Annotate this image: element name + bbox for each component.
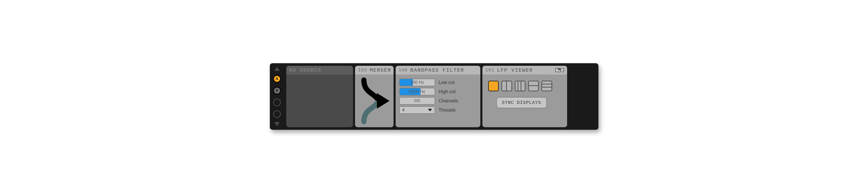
merger-panel: 102 MERGER: [355, 66, 394, 127]
tab-icon[interactable]: [562, 68, 564, 72]
high-cut-input[interactable]: 6000 Hz: [399, 88, 435, 95]
bandpass-title: BANDPASS FILTER: [410, 67, 464, 73]
low-cut-input[interactable]: 300 Hz: [399, 79, 435, 86]
no-source-title: NO SOURCE: [286, 66, 353, 75]
merger-body: [355, 75, 394, 127]
layout-2row-button[interactable]: [528, 81, 539, 91]
signal-chain-rack: A B NO SOURCE 102 MERGER 100 BANDPASS FI: [270, 63, 598, 130]
svg-marker-0: [377, 93, 390, 109]
lfp-viewer-panel: 101 LFP VIEWER: [483, 66, 567, 127]
merger-titlebar: 102 MERGER: [355, 66, 394, 75]
slot-empty-1[interactable]: [273, 99, 281, 106]
layout-2col-button[interactable]: [501, 81, 512, 91]
move-down-icon[interactable]: [274, 122, 280, 126]
lfp-titlebar: 101 LFP VIEWER: [483, 66, 567, 75]
sync-displays-button[interactable]: SYNC DISPLAYS: [496, 97, 547, 108]
threads-value: 4: [402, 108, 405, 113]
low-cut-value: 300: [410, 80, 417, 85]
no-source-title-text: NO SOURCE: [289, 67, 322, 73]
high-cut-label: High cut: [439, 89, 456, 94]
slot-a-button[interactable]: A: [273, 75, 281, 83]
bandpass-panel: 100 BANDPASS FILTER 300 Hz Low cut 6000 …: [396, 66, 480, 127]
high-cut-value: 6000: [409, 89, 419, 94]
lfp-title: LFP VIEWER: [497, 67, 533, 73]
merger-id: 102: [358, 68, 367, 73]
layout-buttons: [488, 81, 563, 91]
channels-value: 0/0: [414, 98, 420, 104]
layout-3row-button[interactable]: [541, 81, 552, 91]
bandpass-titlebar: 100 BANDPASS FILTER: [396, 66, 480, 75]
lfp-body: SYNC DISPLAYS: [483, 75, 567, 127]
layout-3col-button[interactable]: [515, 81, 526, 91]
merger-title: MERGER: [370, 67, 391, 73]
merge-arrow-icon: [359, 77, 390, 125]
bandpass-body: 300 Hz Low cut 6000 Hz High cut 0/0 Chan…: [396, 75, 480, 127]
move-up-icon[interactable]: [274, 67, 280, 71]
lfp-id: 101: [486, 68, 494, 73]
threads-dropdown[interactable]: 4: [399, 106, 435, 114]
channels-selector[interactable]: 0/0: [399, 97, 435, 105]
slot-empty-2[interactable]: [273, 110, 281, 118]
threads-label: Threads: [439, 108, 456, 113]
chevron-down-icon: [428, 109, 432, 111]
slot-b-button[interactable]: B: [273, 87, 281, 94]
no-source-panel: NO SOURCE: [286, 66, 353, 127]
high-cut-unit: Hz: [420, 89, 425, 94]
bandpass-id: 100: [399, 68, 408, 73]
window-icon[interactable]: [555, 68, 561, 72]
low-cut-unit: Hz: [419, 80, 424, 85]
layout-1x1-button[interactable]: [488, 81, 499, 91]
no-source-body[interactable]: [286, 75, 353, 127]
low-cut-label: Low cut: [439, 80, 455, 85]
channels-label: Channels: [439, 98, 458, 104]
nav-strip: A B: [270, 66, 284, 127]
